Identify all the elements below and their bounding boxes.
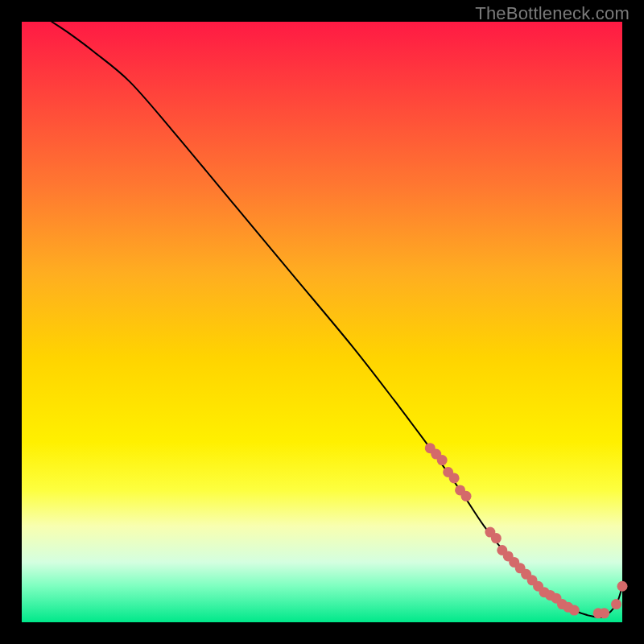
highlight-dot — [617, 581, 628, 592]
curve-layer — [22, 22, 622, 622]
highlight-dot — [449, 473, 460, 483]
bottleneck-curve — [52, 22, 622, 617]
highlight-dots — [425, 443, 628, 618]
highlight-dot — [611, 599, 621, 609]
highlight-dot — [491, 533, 502, 543]
chart-frame: TheBottleneck.com — [0, 0, 644, 644]
highlight-dot — [569, 605, 580, 616]
highlight-dot — [599, 608, 609, 618]
highlight-dot — [437, 455, 448, 465]
plot-area — [22, 22, 622, 622]
highlight-dot — [461, 491, 472, 502]
